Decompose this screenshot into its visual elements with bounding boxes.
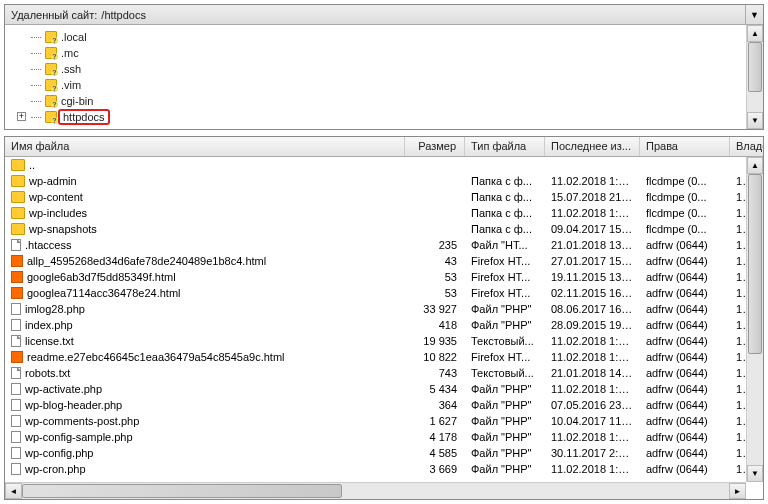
scroll-left-icon[interactable]: ◄	[5, 483, 22, 499]
file-row[interactable]: wp-blog-header.php364Файл "PHP"07.05.201…	[5, 397, 763, 413]
scroll-up-icon[interactable]: ▲	[747, 157, 763, 174]
file-date: 08.06.2017 16:3...	[545, 303, 640, 315]
file-row[interactable]: .htaccess235Файл "HT...21.01.2018 13:0..…	[5, 237, 763, 253]
header-owner[interactable]: Владелец/Г	[730, 137, 763, 156]
file-row[interactable]: ..	[5, 157, 763, 173]
file-perm: adfrw (0644)	[640, 463, 730, 475]
file-row[interactable]: wp-activate.php5 434Файл "PHP"11.02.2018…	[5, 381, 763, 397]
file-type: Файл "PHP"	[465, 399, 545, 411]
file-row[interactable]: index.php418Файл "PHP"28.09.2015 19:1...…	[5, 317, 763, 333]
scroll-thumb-h[interactable]	[22, 484, 342, 498]
file-row[interactable]: wp-adminПапка с ф...11.02.2018 1:21...fl…	[5, 173, 763, 189]
tree-item[interactable]: +httpdocs	[17, 109, 763, 125]
tree-scrollbar[interactable]: ▲ ▼	[746, 25, 763, 129]
list-scrollbar-v[interactable]: ▲ ▼	[746, 157, 763, 482]
file-icon	[11, 367, 21, 379]
scroll-down-icon[interactable]: ▼	[747, 465, 763, 482]
scroll-thumb[interactable]	[748, 42, 762, 92]
header-date[interactable]: Последнее из...	[545, 137, 640, 156]
file-date: 11.02.2018 1:21...	[545, 207, 640, 219]
php-file-icon	[11, 447, 21, 459]
file-perm: adfrw (0644)	[640, 431, 730, 443]
tree-item[interactable]: .ssh	[17, 61, 763, 77]
file-type: Файл "PHP"	[465, 303, 545, 315]
file-size: 43	[405, 255, 465, 267]
file-row[interactable]: wp-comments-post.php1 627Файл "PHP"10.04…	[5, 413, 763, 429]
file-perm: adfrw (0644)	[640, 351, 730, 363]
header-type[interactable]: Тип файла	[465, 137, 545, 156]
tree-item-label: httpdocs	[58, 109, 110, 125]
remote-path-bar[interactable]: Удаленный сайт: /httpdocs ▼	[5, 5, 763, 25]
file-size: 235	[405, 239, 465, 251]
file-row[interactable]: wp-includesПапка с ф...11.02.2018 1:21..…	[5, 205, 763, 221]
header-name[interactable]: Имя файла	[5, 137, 405, 156]
list-scrollbar-h[interactable]: ◄ ►	[5, 482, 746, 499]
file-row[interactable]: wp-config.php4 585Файл "PHP"30.11.2017 2…	[5, 445, 763, 461]
file-row[interactable]: allp_4595268ed34d6afe78de240489e1b8c4.ht…	[5, 253, 763, 269]
file-perm: adfrw (0644)	[640, 399, 730, 411]
file-type: Папка с ф...	[465, 207, 545, 219]
file-name: wp-blog-header.php	[25, 399, 122, 411]
file-type: Файл "PHP"	[465, 415, 545, 427]
file-row[interactable]: wp-contentПапка с ф...15.07.2018 21:4...…	[5, 189, 763, 205]
file-name: imlog28.php	[25, 303, 85, 315]
file-row[interactable]: readme.e27ebc46645c1eaa36479a54c8545a9c.…	[5, 349, 763, 365]
file-row[interactable]: license.txt19 935Текстовый...11.02.2018 …	[5, 333, 763, 349]
file-row[interactable]: wp-snapshotsПапка с ф...09.04.2017 15:0.…	[5, 221, 763, 237]
file-date: 21.01.2018 14:2...	[545, 367, 640, 379]
file-date: 07.05.2016 23:0...	[545, 399, 640, 411]
file-size: 418	[405, 319, 465, 331]
php-file-icon	[11, 415, 21, 427]
file-name: wp-comments-post.php	[25, 415, 139, 427]
header-size[interactable]: Размер	[405, 137, 465, 156]
file-row[interactable]: wp-config-sample.php4 178Файл "PHP"11.02…	[5, 429, 763, 445]
scroll-down-icon[interactable]: ▼	[747, 112, 763, 129]
folder-tree[interactable]: .local.mc.ssh.vimcgi-bin+httpdocs	[5, 25, 763, 129]
path-value[interactable]: /httpdocs	[101, 9, 146, 21]
column-headers: Имя файла Размер Тип файла Последнее из.…	[5, 137, 763, 157]
tree-item[interactable]: .local	[17, 29, 763, 45]
file-date: 19.11.2015 13:2...	[545, 271, 640, 283]
file-name: googlea7114acc36478e24.html	[27, 287, 181, 299]
file-type: Firefox HT...	[465, 351, 545, 363]
file-date: 10.04.2017 11:4...	[545, 415, 640, 427]
file-size: 33 927	[405, 303, 465, 315]
file-perm: flcdmpe (0...	[640, 207, 730, 219]
scroll-thumb[interactable]	[748, 174, 762, 354]
path-label: Удаленный сайт:	[11, 9, 97, 21]
file-row[interactable]: google6ab3d7f5dd85349f.html53Firefox HT.…	[5, 269, 763, 285]
file-type: Файл "PHP"	[465, 447, 545, 459]
folder-icon	[45, 31, 57, 43]
expander-icon[interactable]: +	[17, 112, 26, 121]
dropdown-icon[interactable]: ▼	[745, 5, 763, 24]
file-date: 09.04.2017 15:0...	[545, 223, 640, 235]
file-size: 3 669	[405, 463, 465, 475]
file-size: 1 627	[405, 415, 465, 427]
scroll-up-icon[interactable]: ▲	[747, 25, 763, 42]
file-row[interactable]: wp-cron.php3 669Файл "PHP"11.02.2018 1:2…	[5, 461, 763, 477]
folder-icon	[45, 95, 57, 107]
tree-item[interactable]: .mc	[17, 45, 763, 61]
file-date: 11.02.2018 1:21...	[545, 175, 640, 187]
file-row[interactable]: googlea7114acc36478e24.html53Firefox HT.…	[5, 285, 763, 301]
file-row[interactable]: robots.txt743Текстовый...21.01.2018 14:2…	[5, 365, 763, 381]
file-row[interactable]: imlog28.php33 927Файл "PHP"08.06.2017 16…	[5, 301, 763, 317]
file-size: 4 585	[405, 447, 465, 459]
scroll-right-icon[interactable]: ►	[729, 483, 746, 499]
file-name: wp-includes	[29, 207, 87, 219]
file-name: .htaccess	[25, 239, 71, 251]
file-name: wp-snapshots	[29, 223, 97, 235]
file-name: wp-admin	[29, 175, 77, 187]
file-perm: flcdmpe (0...	[640, 175, 730, 187]
file-perm: adfrw (0644)	[640, 335, 730, 347]
file-size: 4 178	[405, 431, 465, 443]
tree-item-label: .local	[61, 31, 87, 43]
php-file-icon	[11, 399, 21, 411]
tree-item[interactable]: .vim	[17, 77, 763, 93]
file-type: Файл "PHP"	[465, 431, 545, 443]
file-date: 30.11.2017 2:19...	[545, 447, 640, 459]
file-rows[interactable]: ..wp-adminПапка с ф...11.02.2018 1:21...…	[5, 157, 763, 482]
file-name: license.txt	[25, 335, 74, 347]
header-perm[interactable]: Права	[640, 137, 730, 156]
tree-item[interactable]: cgi-bin	[17, 93, 763, 109]
